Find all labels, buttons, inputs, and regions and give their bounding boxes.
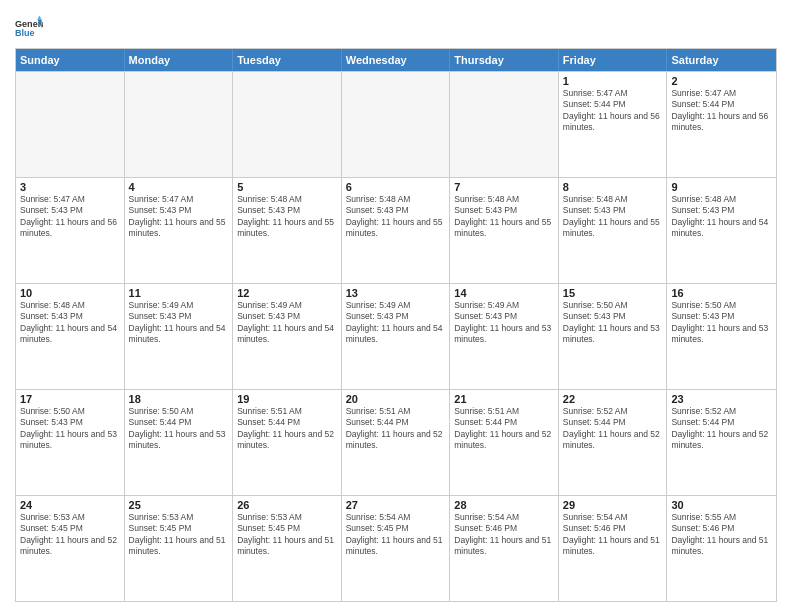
day-detail: Sunrise: 5:48 AMSunset: 5:43 PMDaylight:… [454, 194, 554, 240]
calendar-body: 1Sunrise: 5:47 AMSunset: 5:44 PMDaylight… [16, 71, 776, 601]
day-detail: Sunrise: 5:48 AMSunset: 5:43 PMDaylight:… [20, 300, 120, 346]
day-number: 5 [237, 181, 337, 193]
calendar-cell [125, 72, 234, 177]
day-detail: Sunrise: 5:48 AMSunset: 5:43 PMDaylight:… [563, 194, 663, 240]
calendar-cell: 15Sunrise: 5:50 AMSunset: 5:43 PMDayligh… [559, 284, 668, 389]
calendar-cell: 6Sunrise: 5:48 AMSunset: 5:43 PMDaylight… [342, 178, 451, 283]
calendar-row-3: 10Sunrise: 5:48 AMSunset: 5:43 PMDayligh… [16, 283, 776, 389]
day-number: 4 [129, 181, 229, 193]
day-number: 26 [237, 499, 337, 511]
day-detail: Sunrise: 5:49 AMSunset: 5:43 PMDaylight:… [454, 300, 554, 346]
calendar-cell: 17Sunrise: 5:50 AMSunset: 5:43 PMDayligh… [16, 390, 125, 495]
header-monday: Monday [125, 49, 234, 71]
day-detail: Sunrise: 5:53 AMSunset: 5:45 PMDaylight:… [20, 512, 120, 558]
calendar-cell [16, 72, 125, 177]
logo: General Blue [15, 14, 43, 42]
calendar-cell: 16Sunrise: 5:50 AMSunset: 5:43 PMDayligh… [667, 284, 776, 389]
day-detail: Sunrise: 5:48 AMSunset: 5:43 PMDaylight:… [671, 194, 772, 240]
day-detail: Sunrise: 5:51 AMSunset: 5:44 PMDaylight:… [346, 406, 446, 452]
day-detail: Sunrise: 5:52 AMSunset: 5:44 PMDaylight:… [671, 406, 772, 452]
day-detail: Sunrise: 5:53 AMSunset: 5:45 PMDaylight:… [237, 512, 337, 558]
day-detail: Sunrise: 5:50 AMSunset: 5:43 PMDaylight:… [20, 406, 120, 452]
day-detail: Sunrise: 5:47 AMSunset: 5:43 PMDaylight:… [129, 194, 229, 240]
day-number: 2 [671, 75, 772, 87]
svg-marker-3 [37, 15, 41, 19]
day-detail: Sunrise: 5:47 AMSunset: 5:44 PMDaylight:… [563, 88, 663, 134]
calendar-cell: 5Sunrise: 5:48 AMSunset: 5:43 PMDaylight… [233, 178, 342, 283]
day-number: 14 [454, 287, 554, 299]
day-number: 3 [20, 181, 120, 193]
day-number: 25 [129, 499, 229, 511]
calendar-row-4: 17Sunrise: 5:50 AMSunset: 5:43 PMDayligh… [16, 389, 776, 495]
calendar-cell: 2Sunrise: 5:47 AMSunset: 5:44 PMDaylight… [667, 72, 776, 177]
calendar-cell: 26Sunrise: 5:53 AMSunset: 5:45 PMDayligh… [233, 496, 342, 601]
day-number: 1 [563, 75, 663, 87]
day-detail: Sunrise: 5:54 AMSunset: 5:46 PMDaylight:… [563, 512, 663, 558]
day-detail: Sunrise: 5:49 AMSunset: 5:43 PMDaylight:… [237, 300, 337, 346]
header-thursday: Thursday [450, 49, 559, 71]
calendar-cell: 21Sunrise: 5:51 AMSunset: 5:44 PMDayligh… [450, 390, 559, 495]
day-number: 21 [454, 393, 554, 405]
day-number: 9 [671, 181, 772, 193]
calendar-cell: 11Sunrise: 5:49 AMSunset: 5:43 PMDayligh… [125, 284, 234, 389]
day-number: 30 [671, 499, 772, 511]
calendar-cell: 28Sunrise: 5:54 AMSunset: 5:46 PMDayligh… [450, 496, 559, 601]
calendar-row-1: 1Sunrise: 5:47 AMSunset: 5:44 PMDaylight… [16, 71, 776, 177]
calendar-cell [342, 72, 451, 177]
day-detail: Sunrise: 5:54 AMSunset: 5:45 PMDaylight:… [346, 512, 446, 558]
calendar-cell: 13Sunrise: 5:49 AMSunset: 5:43 PMDayligh… [342, 284, 451, 389]
calendar-cell [450, 72, 559, 177]
calendar-row-5: 24Sunrise: 5:53 AMSunset: 5:45 PMDayligh… [16, 495, 776, 601]
day-number: 16 [671, 287, 772, 299]
day-detail: Sunrise: 5:54 AMSunset: 5:46 PMDaylight:… [454, 512, 554, 558]
day-number: 17 [20, 393, 120, 405]
calendar: Sunday Monday Tuesday Wednesday Thursday… [15, 48, 777, 602]
day-detail: Sunrise: 5:48 AMSunset: 5:43 PMDaylight:… [346, 194, 446, 240]
day-number: 18 [129, 393, 229, 405]
day-number: 27 [346, 499, 446, 511]
day-number: 13 [346, 287, 446, 299]
day-detail: Sunrise: 5:49 AMSunset: 5:43 PMDaylight:… [346, 300, 446, 346]
day-detail: Sunrise: 5:49 AMSunset: 5:43 PMDaylight:… [129, 300, 229, 346]
day-detail: Sunrise: 5:50 AMSunset: 5:43 PMDaylight:… [563, 300, 663, 346]
day-detail: Sunrise: 5:47 AMSunset: 5:43 PMDaylight:… [20, 194, 120, 240]
day-number: 15 [563, 287, 663, 299]
calendar-cell: 4Sunrise: 5:47 AMSunset: 5:43 PMDaylight… [125, 178, 234, 283]
day-number: 8 [563, 181, 663, 193]
header-tuesday: Tuesday [233, 49, 342, 71]
calendar-cell [233, 72, 342, 177]
day-detail: Sunrise: 5:48 AMSunset: 5:43 PMDaylight:… [237, 194, 337, 240]
calendar-row-2: 3Sunrise: 5:47 AMSunset: 5:43 PMDaylight… [16, 177, 776, 283]
day-number: 6 [346, 181, 446, 193]
calendar-cell: 23Sunrise: 5:52 AMSunset: 5:44 PMDayligh… [667, 390, 776, 495]
calendar-cell: 9Sunrise: 5:48 AMSunset: 5:43 PMDaylight… [667, 178, 776, 283]
calendar-cell: 30Sunrise: 5:55 AMSunset: 5:46 PMDayligh… [667, 496, 776, 601]
day-number: 28 [454, 499, 554, 511]
calendar-cell: 20Sunrise: 5:51 AMSunset: 5:44 PMDayligh… [342, 390, 451, 495]
calendar-cell: 22Sunrise: 5:52 AMSunset: 5:44 PMDayligh… [559, 390, 668, 495]
header-friday: Friday [559, 49, 668, 71]
day-number: 10 [20, 287, 120, 299]
header-saturday: Saturday [667, 49, 776, 71]
day-number: 20 [346, 393, 446, 405]
day-detail: Sunrise: 5:47 AMSunset: 5:44 PMDaylight:… [671, 88, 772, 134]
day-number: 12 [237, 287, 337, 299]
day-number: 29 [563, 499, 663, 511]
calendar-cell: 27Sunrise: 5:54 AMSunset: 5:45 PMDayligh… [342, 496, 451, 601]
day-detail: Sunrise: 5:51 AMSunset: 5:44 PMDaylight:… [237, 406, 337, 452]
calendar-cell: 29Sunrise: 5:54 AMSunset: 5:46 PMDayligh… [559, 496, 668, 601]
day-number: 23 [671, 393, 772, 405]
day-detail: Sunrise: 5:50 AMSunset: 5:43 PMDaylight:… [671, 300, 772, 346]
calendar-cell: 18Sunrise: 5:50 AMSunset: 5:44 PMDayligh… [125, 390, 234, 495]
calendar-cell: 12Sunrise: 5:49 AMSunset: 5:43 PMDayligh… [233, 284, 342, 389]
day-number: 7 [454, 181, 554, 193]
day-detail: Sunrise: 5:50 AMSunset: 5:44 PMDaylight:… [129, 406, 229, 452]
day-number: 24 [20, 499, 120, 511]
day-detail: Sunrise: 5:53 AMSunset: 5:45 PMDaylight:… [129, 512, 229, 558]
calendar-cell: 24Sunrise: 5:53 AMSunset: 5:45 PMDayligh… [16, 496, 125, 601]
calendar-cell: 8Sunrise: 5:48 AMSunset: 5:43 PMDaylight… [559, 178, 668, 283]
calendar-header: Sunday Monday Tuesday Wednesday Thursday… [16, 49, 776, 71]
header-wednesday: Wednesday [342, 49, 451, 71]
calendar-cell: 10Sunrise: 5:48 AMSunset: 5:43 PMDayligh… [16, 284, 125, 389]
day-detail: Sunrise: 5:51 AMSunset: 5:44 PMDaylight:… [454, 406, 554, 452]
